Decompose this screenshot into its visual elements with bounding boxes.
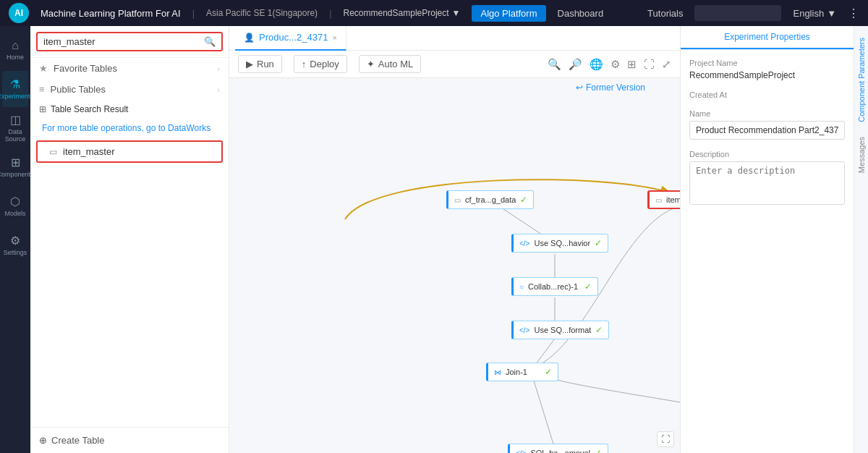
node-collab-rec[interactable]: ○ Collab...rec)-1 ✓ xyxy=(511,277,598,296)
sidebar-label-experiments: Experiments xyxy=(0,93,33,101)
zoom-out-icon[interactable]: 🔍 xyxy=(548,58,561,71)
create-table-button[interactable]: ⊕ Create Table xyxy=(39,435,220,446)
sidebar-item-components[interactable]: ⊞ Components xyxy=(2,149,28,185)
menu-item-public[interactable]: ≡ Public Tables › xyxy=(30,79,229,100)
check-icon4: ✓ xyxy=(595,325,603,335)
sidebar-item-datasource[interactable]: ◫ Data Source xyxy=(2,110,28,146)
expand-icon[interactable]: ⛶ xyxy=(644,58,655,70)
nav-algo-platform[interactable]: Algo Platform xyxy=(472,5,545,22)
menu-item-favorite[interactable]: ★ Favorite Tables › xyxy=(30,58,229,79)
field-description: Description xyxy=(689,150,845,207)
project-name-value: RecommendSampleProject xyxy=(689,70,845,80)
nav-dashboard[interactable]: Dashboard xyxy=(558,8,604,19)
nav-sep2: | xyxy=(329,8,331,19)
sidebar-item-settings[interactable]: ⚙ Settings xyxy=(2,227,28,263)
name-label: Name xyxy=(689,109,845,118)
project-name-label: Project Name xyxy=(689,59,845,67)
check-icon3: ✓ xyxy=(584,281,592,292)
field-project-name: Project Name RecommendSampleProject xyxy=(689,59,845,80)
platform-title: Machine Learning Platform For AI xyxy=(41,8,181,19)
nav-language[interactable]: English ▼ xyxy=(793,8,836,19)
code-node-icon2: </> xyxy=(519,326,529,334)
automl-label: Auto ML xyxy=(378,59,413,69)
components-icon: ⊞ xyxy=(11,156,20,169)
table-result-item[interactable]: ▭ item_master xyxy=(36,140,223,163)
nav-tutorials[interactable]: Tutorials xyxy=(647,8,683,19)
tab-bar: 👤 Produc...2_4371 × xyxy=(229,26,680,51)
sidebar-label-datasource: Data Source xyxy=(2,129,28,143)
zoom-in-icon[interactable]: 🔎 xyxy=(569,58,582,71)
search-input[interactable] xyxy=(43,36,200,47)
field-created-at: Created At xyxy=(689,90,845,99)
right-vert-tabs: Component Parameters Messages xyxy=(854,26,868,453)
fullscreen-icon[interactable]: ⤢ xyxy=(662,58,671,71)
former-version-badge[interactable]: ↩ Former Version xyxy=(576,82,645,93)
table-node-icon: ▭ xyxy=(454,196,461,204)
chevron-right-icon: › xyxy=(217,64,220,73)
automl-button[interactable]: ✦ Auto ML xyxy=(359,55,421,73)
deploy-button[interactable]: ↑ Deploy xyxy=(294,55,347,73)
check-icon5: ✓ xyxy=(545,367,552,377)
datasource-icon: ◫ xyxy=(10,113,21,127)
nav-more-button[interactable]: ⋮ xyxy=(848,7,859,20)
table-node-icon2: ▭ xyxy=(655,196,662,204)
menu-label-favorite: Favorite Tables xyxy=(54,63,117,74)
description-label: Description xyxy=(689,150,845,158)
name-input[interactable] xyxy=(689,121,845,140)
node-use-sq-havior[interactable]: </> Use SQ...havior ✓ xyxy=(511,234,608,253)
right-panel-body: Project Name RecommendSampleProject Crea… xyxy=(681,50,854,453)
node-label3: Use SQ...havior xyxy=(534,239,590,247)
node-sql-ba-emoval[interactable]: </> SQL-ba...emoval ✓ xyxy=(508,444,608,453)
former-version-icon: ↩ xyxy=(576,82,583,93)
node-use-sq-format[interactable]: </> Use SQ...format ✓ xyxy=(511,321,609,339)
settings-icon2[interactable]: ⚙ xyxy=(610,58,620,71)
sidebar-item-experiments[interactable]: ⚗ Experiments xyxy=(2,71,28,107)
vert-tab-component-params[interactable]: Component Parameters xyxy=(856,32,867,128)
section-label-search-result: ⊞ Table Search Result xyxy=(30,100,229,119)
sidebar-label-settings: Settings xyxy=(4,250,27,257)
sidebar-label-home: Home xyxy=(7,54,24,62)
code-node-icon: </> xyxy=(519,240,529,247)
run-button[interactable]: ▶ Run xyxy=(238,55,282,73)
check-icon: ✓ xyxy=(520,195,527,205)
toolbar: ▶ Run ↑ Deploy ✦ Auto ML 🔍 🔎 🌐 ⚙ ⊞ ⛶ ⤢ xyxy=(229,51,680,78)
star-icon: ★ xyxy=(39,63,48,74)
table-icon: ▭ xyxy=(49,147,57,157)
dataworks-link[interactable]: DataWorks xyxy=(168,123,210,133)
toolbar-icons: 🔍 🔎 🌐 ⚙ ⊞ ⛶ ⤢ xyxy=(548,58,671,71)
nav-project[interactable]: RecommendSampleProject ▼ xyxy=(344,8,461,18)
more-ops-text: For more table operations, go to DataWor… xyxy=(30,119,229,137)
table-result-label: item_master xyxy=(63,146,115,157)
vert-tab-messages[interactable]: Messages xyxy=(856,131,867,179)
right-panel: Experiment Properties Project Name Recom… xyxy=(680,26,854,453)
content-area: 👤 Produc...2_4371 × ▶ Run ↑ Deploy ✦ Aut… xyxy=(229,26,680,453)
deploy-icon: ↑ xyxy=(302,59,307,69)
node-item-master[interactable]: ▭ item_master xyxy=(647,190,680,209)
node-cf-tra-g-data[interactable]: ▭ cf_tra...g_data ✓ xyxy=(446,190,534,209)
create-table-label: Create Table xyxy=(51,435,104,446)
sidebar-label-components: Components xyxy=(0,172,34,179)
node-join-1[interactable]: ⋈ Join-1 ✓ xyxy=(486,363,558,381)
sidebar-item-models[interactable]: ⬡ Models xyxy=(2,188,28,224)
description-textarea[interactable] xyxy=(689,161,845,205)
sql-node-icon: </> xyxy=(516,449,526,454)
nav-search[interactable] xyxy=(694,5,781,21)
nav-region[interactable]: Asia Pacific SE 1(Singapore) xyxy=(206,8,318,18)
deploy-label: Deploy xyxy=(310,59,339,69)
tab-icon: 👤 xyxy=(244,33,255,43)
panel-menu: ★ Favorite Tables › ≡ Public Tables › ⊞ … xyxy=(30,58,229,427)
canvas[interactable]: ↩ Former Version xyxy=(229,78,680,453)
rp-tab-experiment[interactable]: Experiment Properties xyxy=(681,26,854,49)
logo: AI xyxy=(9,3,29,23)
tab-close-button[interactable]: × xyxy=(332,33,336,42)
grid-icon[interactable]: ⊞ xyxy=(627,58,637,71)
globe-icon[interactable]: 🌐 xyxy=(590,58,603,71)
plus-icon: ⊕ xyxy=(39,435,47,446)
models-icon: ⬡ xyxy=(10,195,20,208)
panel-search: 🔍 xyxy=(30,26,229,58)
fullscreen-button[interactable]: ⛶ xyxy=(657,431,674,447)
search-icon[interactable]: 🔍 xyxy=(204,36,216,47)
check-icon9: ✓ xyxy=(595,448,602,453)
sidebar-item-home[interactable]: ⌂ Home xyxy=(2,32,28,68)
tab-project[interactable]: 👤 Produc...2_4371 × xyxy=(235,26,346,51)
